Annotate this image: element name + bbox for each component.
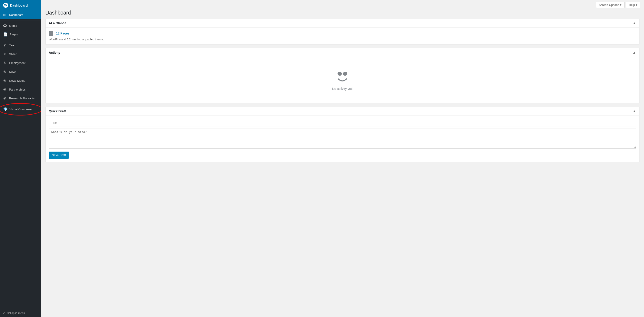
topbar: Screen Options ▾ Help ▾ <box>41 0 644 8</box>
sidebar-item-visual-composer[interactable]: 💎 Visual Composer <box>0 105 41 114</box>
help-chevron-icon: ▾ <box>636 3 638 7</box>
quick-draft-body: Save Draft <box>46 116 639 162</box>
smiley-face-icon <box>334 70 350 84</box>
svg-point-0 <box>338 72 342 76</box>
no-activity-container: No activity yet! <box>49 60 636 100</box>
sidebar-divider-3 <box>0 104 41 104</box>
sidebar-logo-label: Dashboard <box>10 4 28 7</box>
quick-draft-widget: Quick Draft ▲ Save Draft <box>45 107 640 162</box>
pages-icon: 📄 <box>3 32 8 37</box>
sidebar-logo[interactable]: W Dashboard <box>0 0 41 11</box>
media-icon: 🖼 <box>3 24 7 28</box>
visual-composer-icon: 💎 <box>3 107 8 111</box>
screen-options-button[interactable]: Screen Options ▾ <box>596 2 625 8</box>
page-title: Dashboard <box>45 10 640 16</box>
sidebar-item-news[interactable]: ✳ News <box>0 67 41 76</box>
sidebar-item-partnerships[interactable]: ✳ Partnerships <box>0 85 41 94</box>
sidebar-item-research-abstracts[interactable]: ✳ Research Abstracts <box>0 94 41 103</box>
sidebar-label-team: Team <box>9 44 16 47</box>
dashboard-icon: ⊞ <box>3 13 7 17</box>
wp-info-text: WordPress 4.5.2 running anpacbio theme. <box>49 38 636 41</box>
save-draft-label: Save Draft <box>52 153 66 157</box>
sidebar-item-pages[interactable]: 📄 Pages <box>0 30 41 39</box>
at-a-glance-header: At a Glance ▲ <box>46 19 639 28</box>
activity-widget: Activity ▲ No activity yet! <box>45 48 640 103</box>
research-icon: ✳ <box>3 96 7 101</box>
quick-draft-toggle[interactable]: ▲ <box>632 109 636 113</box>
quick-draft-header: Quick Draft ▲ <box>46 107 639 116</box>
slider-icon: ✳ <box>3 52 7 56</box>
news-media-icon: ✳ <box>3 79 7 83</box>
sidebar-item-employment[interactable]: ✳ Employment <box>0 59 41 67</box>
screen-options-chevron-icon: ▾ <box>620 3 622 7</box>
sidebar-label-employment: Employment <box>9 61 26 65</box>
pages-count-link[interactable]: 12 Pages <box>56 32 70 35</box>
quick-draft-content-input[interactable] <box>49 128 636 149</box>
sidebar-item-dashboard[interactable]: ⊞ Dashboard <box>0 11 41 19</box>
at-glance-pages-item: 12 Pages <box>49 31 636 36</box>
quick-draft-title: Quick Draft <box>49 109 66 113</box>
activity-body: No activity yet! <box>46 57 639 103</box>
help-button[interactable]: Help ▾ <box>626 2 640 8</box>
page-doc-icon <box>49 31 53 36</box>
at-a-glance-toggle[interactable]: ▲ <box>632 21 636 25</box>
activity-toggle[interactable]: ▲ <box>632 51 636 55</box>
sidebar-label-media: Media <box>9 24 17 28</box>
employment-icon: ✳ <box>3 61 7 65</box>
collapse-menu[interactable]: ⊙ Collapse menu <box>0 309 41 317</box>
sidebar-label-slider: Slider <box>9 53 16 56</box>
main-content: Screen Options ▾ Help ▾ Dashboard At a G… <box>41 0 644 317</box>
sidebar-item-slider[interactable]: ✳ Slider <box>0 50 41 59</box>
sidebar-item-news-media[interactable]: ✳ News Media <box>0 76 41 85</box>
activity-header: Activity ▲ <box>46 48 639 57</box>
sidebar: W Dashboard ⊞ Dashboard 🖼 Media 📄 Pages … <box>0 0 41 317</box>
page-title-bar: Dashboard <box>41 8 644 19</box>
wp-icon: W <box>3 3 8 8</box>
sidebar-label-visual-composer: Visual Composer <box>10 108 32 111</box>
collapse-label: Collapse menu <box>7 311 25 315</box>
sidebar-label-news-media: News Media <box>9 79 26 82</box>
sidebar-label-pages: Pages <box>10 33 18 36</box>
at-a-glance-title: At a Glance <box>49 21 66 25</box>
sidebar-divider-2 <box>0 40 41 40</box>
screen-options-label: Screen Options <box>599 3 619 7</box>
news-icon: ✳ <box>3 70 7 74</box>
sidebar-divider-1 <box>0 20 41 21</box>
sidebar-label-research-abstracts: Research Abstracts <box>9 97 35 100</box>
help-label: Help <box>629 3 635 7</box>
at-a-glance-body: 12 Pages WordPress 4.5.2 running anpacbi… <box>46 28 639 44</box>
sidebar-item-team[interactable]: ✳ Team <box>0 41 41 50</box>
partnerships-icon: ✳ <box>3 87 7 92</box>
quick-draft-title-input[interactable] <box>49 119 636 126</box>
collapse-icon: ⊙ <box>3 311 6 315</box>
save-draft-button[interactable]: Save Draft <box>49 152 69 159</box>
at-a-glance-widget: At a Glance ▲ 12 Pages WordPress 4.5.2 r… <box>45 19 640 45</box>
sidebar-label-news: News <box>9 70 16 74</box>
svg-point-1 <box>343 72 348 76</box>
sidebar-item-media[interactable]: 🖼 Media <box>0 21 41 30</box>
sidebar-label-dashboard: Dashboard <box>9 13 24 17</box>
activity-title: Activity <box>49 51 60 55</box>
no-activity-text: No activity yet! <box>332 87 352 91</box>
team-icon: ✳ <box>3 43 7 48</box>
sidebar-label-partnerships: Partnerships <box>9 88 26 91</box>
dashboard-content: At a Glance ▲ 12 Pages WordPress 4.5.2 r… <box>41 19 644 317</box>
